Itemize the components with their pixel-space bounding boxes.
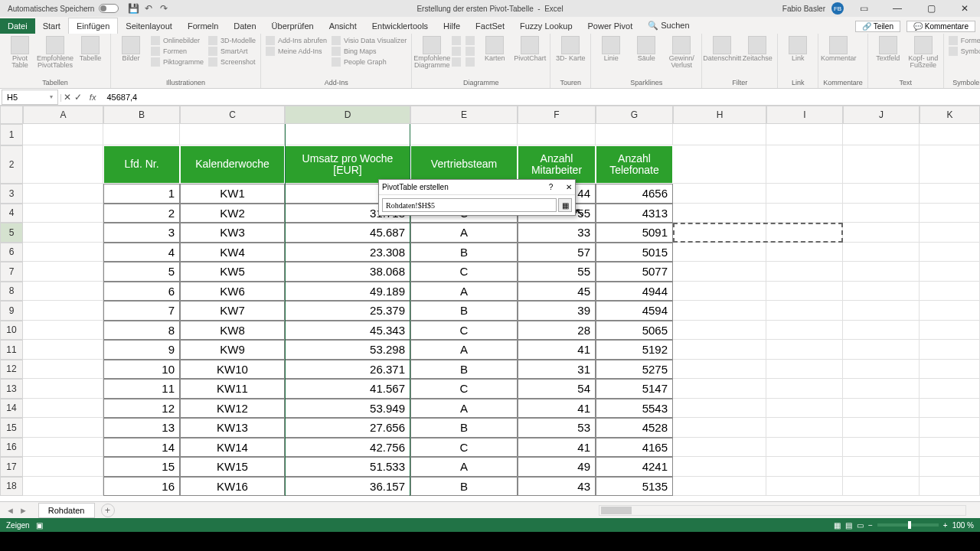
undo-icon[interactable]: ↶ — [143, 3, 154, 14]
tab-help[interactable]: Hilfe — [436, 18, 468, 34]
row-head-16[interactable]: 16 — [0, 438, 23, 458]
dialog-expand-button[interactable]: ▦ — [558, 198, 572, 212]
dialog-help-button[interactable]: ? — [549, 183, 554, 191]
shapes-button[interactable]: Formen — [151, 47, 204, 56]
col-head-K[interactable]: K — [920, 106, 980, 124]
row-head-6[interactable]: 6 — [0, 243, 23, 262]
slicer-button[interactable]: Datenschnitt — [707, 36, 737, 62]
close-icon[interactable]: ✕ — [951, 1, 978, 16]
fx-icon[interactable]: fx — [83, 93, 103, 102]
bingmaps-button[interactable]: Bing Maps — [332, 47, 407, 56]
col-head-C[interactable]: C — [180, 106, 285, 124]
row-head-17[interactable]: 17 — [0, 457, 23, 477]
tab-insert[interactable]: Einfügen — [68, 18, 118, 34]
dialog-close-button[interactable]: ✕ — [566, 183, 572, 191]
maps-button[interactable]: Karten — [479, 36, 510, 62]
share-button[interactable]: 🔗 Teilen — [855, 21, 900, 32]
row-head-2[interactable]: 2 — [0, 145, 23, 184]
search-box[interactable]: 🔍 Suchen — [640, 18, 697, 34]
add-sheet-button[interactable]: + — [101, 504, 115, 517]
tab-layout[interactable]: Seitenlayout — [118, 18, 180, 34]
col-head-H[interactable]: H — [673, 106, 766, 124]
tab-formulas[interactable]: Formeln — [180, 18, 226, 34]
maximize-icon[interactable]: ▢ — [917, 1, 945, 16]
row-head-12[interactable]: 12 — [0, 360, 23, 380]
rec-pivot-button[interactable]: Empfohlene PivotTables — [40, 36, 70, 69]
pivottable-button[interactable]: Pivot Table — [5, 36, 35, 69]
equation-button[interactable]: Formel — [949, 36, 980, 45]
headerfooter-button[interactable]: Kopf- und Fußzeile — [908, 36, 939, 69]
col-head-G[interactable]: G — [596, 106, 673, 124]
textbox-button[interactable]: Textfeld — [873, 36, 903, 62]
zoom-in-icon[interactable]: + — [943, 521, 948, 530]
row-head-10[interactable]: 10 — [0, 321, 23, 341]
tab-start[interactable]: Start — [35, 18, 68, 34]
prev-sheet-icon[interactable]: ◄ — [6, 506, 15, 515]
col-head-A[interactable]: A — [23, 106, 103, 124]
icons-button[interactable]: Piktogramme — [151, 57, 204, 67]
row-head-5[interactable]: 5 — [0, 223, 23, 243]
rec-charts-button[interactable]: Empfohlene Diagramme — [416, 36, 447, 69]
tab-data[interactable]: Daten — [226, 18, 263, 34]
row-head-18[interactable]: 18 — [0, 477, 23, 497]
3dmodels-button[interactable]: 3D-Modelle — [208, 36, 256, 45]
visio-button[interactable]: Visio Data Visualizer — [332, 36, 407, 45]
ribbon-options-icon[interactable]: ▭ — [850, 1, 877, 16]
macro-record-icon[interactable]: ▣ — [36, 521, 43, 530]
row-head-8[interactable]: 8 — [0, 282, 23, 302]
table-button[interactable]: Tabelle — [75, 36, 106, 62]
minimize-icon[interactable]: ― — [884, 1, 911, 16]
tab-powerpivot[interactable]: Power Pivot — [580, 18, 641, 34]
view-normal-icon[interactable]: ▦ — [834, 521, 841, 530]
cancel-formula-icon[interactable]: ✕ — [62, 92, 73, 103]
sheet-tab-rohdaten[interactable]: Rohdaten — [38, 503, 95, 518]
pivotchart-button[interactable]: PivotChart — [514, 36, 545, 62]
my-addins-button[interactable]: Meine Add-Ins — [266, 47, 327, 56]
tab-dev[interactable]: Entwicklertools — [364, 18, 436, 34]
tab-review[interactable]: Überprüfen — [264, 18, 322, 34]
horizontal-scrollbar[interactable] — [599, 505, 966, 516]
col-head-D[interactable]: D — [285, 106, 410, 124]
zoom-slider[interactable] — [877, 523, 939, 527]
tab-view[interactable]: Ansicht — [322, 18, 364, 34]
save-icon[interactable]: 💾 — [128, 3, 139, 14]
redo-icon[interactable]: ↷ — [158, 3, 169, 14]
sparkline-wl-button[interactable]: Gewinn/ Verlust — [666, 36, 697, 69]
sparkline-line-button[interactable]: Linie — [596, 36, 626, 62]
online-pics-button[interactable]: Onlinebilder — [151, 36, 204, 45]
row-head-1[interactable]: 1 — [0, 124, 23, 145]
smartart-button[interactable]: SmartArt — [208, 47, 256, 56]
row-head-3[interactable]: 3 — [0, 184, 23, 204]
3dmap-button[interactable]: 3D- Karte — [555, 36, 586, 62]
view-pagebreak-icon[interactable]: ▭ — [857, 521, 864, 530]
screenshot-button[interactable]: Screenshot — [208, 57, 256, 67]
view-pagelayout-icon[interactable]: ▤ — [845, 521, 852, 530]
formula-input[interactable]: 45687,4 — [102, 93, 980, 102]
link-button[interactable]: Link — [782, 36, 813, 62]
col-head-E[interactable]: E — [410, 106, 518, 124]
row-head-11[interactable]: 11 — [0, 340, 23, 360]
col-head-I[interactable]: I — [766, 106, 843, 124]
worksheet[interactable]: ABCDEFGHIJK123456789101112131415161718Lf… — [0, 106, 980, 501]
col-head-B[interactable]: B — [103, 106, 180, 124]
comment-button[interactable]: Kommentar — [823, 36, 854, 62]
row-head-15[interactable]: 15 — [0, 418, 23, 438]
row-head-13[interactable]: 13 — [0, 379, 23, 399]
row-head-7[interactable]: 7 — [0, 262, 23, 282]
row-head-14[interactable]: 14 — [0, 399, 23, 419]
tab-factset[interactable]: FactSet — [468, 18, 512, 34]
name-box[interactable]: H5▾ — [2, 90, 58, 105]
row-head-4[interactable]: 4 — [0, 204, 23, 223]
row-head-9[interactable]: 9 — [0, 301, 23, 321]
select-all-corner[interactable] — [0, 106, 23, 124]
dialog-range-input[interactable] — [382, 198, 557, 212]
get-addins-button[interactable]: Add-Ins abrufen — [266, 36, 327, 45]
tab-fuzzy[interactable]: Fuzzy Lookup — [512, 18, 580, 34]
zoom-out-icon[interactable]: − — [868, 521, 873, 530]
accept-formula-icon[interactable]: ✓ — [73, 92, 83, 103]
next-sheet-icon[interactable]: ► — [19, 506, 28, 515]
user-avatar[interactable]: FB — [831, 2, 844, 15]
peoplegraph-button[interactable]: People Graph — [332, 57, 407, 67]
col-head-J[interactable]: J — [843, 106, 920, 124]
timeline-button[interactable]: Zeitachse — [742, 36, 773, 62]
